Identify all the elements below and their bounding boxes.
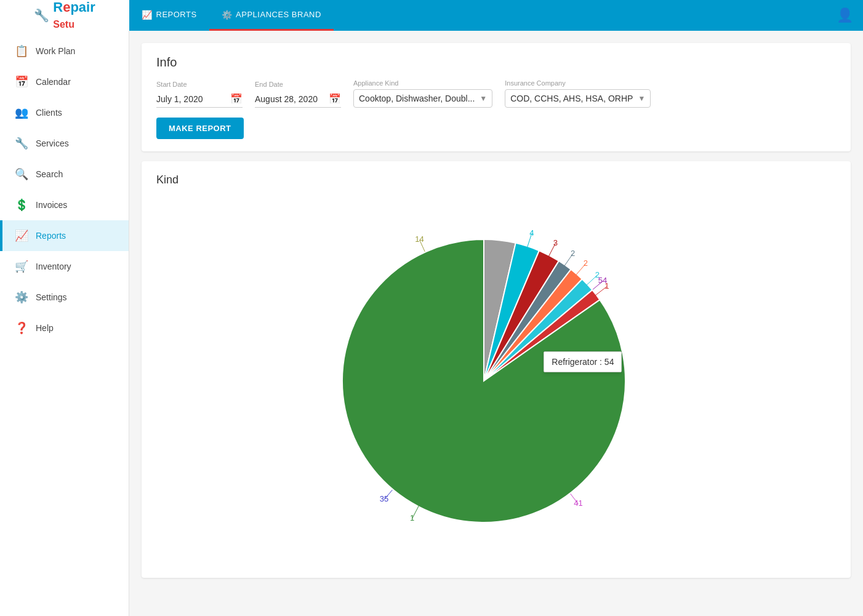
info-fields: Start Date July 1, 2020 📅 End Date Augus… <box>156 79 836 108</box>
logo-text: Repair Setu <box>53 0 95 31</box>
settings-icon: ⚙️ <box>15 290 28 304</box>
end-date-label: End Date <box>255 81 341 88</box>
appliance-kind-dropdown[interactable]: Cooktop, Dishwasher, Doubl... ▼ <box>353 89 492 108</box>
pie-chart-svg: 544135144322211 <box>305 209 687 553</box>
help-icon: ❓ <box>15 321 28 335</box>
sidebar-item-search[interactable]: 🔍 Search <box>0 159 129 190</box>
reports-icon: 📈 <box>15 229 28 242</box>
svg-line-13 <box>564 254 573 266</box>
invoices-icon: 💲 <box>15 198 28 212</box>
appliance-kind-label: Appliance Kind <box>353 79 492 87</box>
services-icon: 🔧 <box>15 137 28 150</box>
calendar-icon: 📅 <box>15 75 28 89</box>
logo-icon: 🔧 <box>34 8 49 23</box>
insurance-company-dropdown[interactable]: COD, CCHS, AHS, HSA, ORHP ▼ <box>505 89 651 108</box>
body-layout: 📋 Work Plan 📅 Calendar 👥 Clients 🔧 Servi… <box>0 31 863 616</box>
svg-line-11 <box>548 243 555 256</box>
info-panel: Info Start Date July 1, 2020 📅 End Date … <box>142 43 851 151</box>
sidebar-item-calendar[interactable]: 📅 Calendar <box>0 66 129 97</box>
end-date-value: August 28, 2020 📅 <box>255 90 341 108</box>
svg-line-15 <box>576 264 586 275</box>
svg-line-1 <box>592 281 603 290</box>
tab-appliances-brand[interactable]: ⚙️ APPLIANCES BRAND <box>209 0 334 31</box>
main-content: Info Start Date July 1, 2020 📅 End Date … <box>129 31 863 616</box>
svg-line-21 <box>412 505 419 518</box>
sidebar-item-invoices[interactable]: 💲 Invoices <box>0 190 129 220</box>
top-nav: 🔧 Repair Setu 📈 REPORTS ⚙️ APPLIANCES BR… <box>0 0 863 31</box>
appliance-kind-field: Appliance Kind Cooktop, Dishwasher, Doub… <box>353 79 492 108</box>
search-icon: 🔍 <box>15 167 28 181</box>
sidebar-item-settings[interactable]: ⚙️ Settings <box>0 282 129 313</box>
sidebar-item-help[interactable]: ❓ Help <box>0 313 129 343</box>
svg-text:2: 2 <box>595 270 600 279</box>
svg-line-17 <box>587 275 598 285</box>
start-date-label: Start Date <box>156 81 243 88</box>
svg-text:1: 1 <box>604 281 609 290</box>
svg-text:4: 4 <box>529 228 534 238</box>
appliance-kind-arrow-icon: ▼ <box>480 94 487 103</box>
info-title: Info <box>156 55 836 70</box>
start-date-calendar-icon[interactable]: 📅 <box>230 93 243 105</box>
end-date-calendar-icon[interactable]: 📅 <box>329 93 341 105</box>
svg-line-19 <box>595 287 607 296</box>
user-icon[interactable]: 👤 <box>837 7 853 23</box>
inventory-icon: 🛒 <box>15 260 28 273</box>
chart-title: Kind <box>156 174 836 186</box>
sidebar-item-reports[interactable]: 📈 Reports <box>0 220 129 251</box>
appliances-tab-icon: ⚙️ <box>222 10 233 20</box>
svg-text:2: 2 <box>584 258 588 268</box>
reports-tab-icon: 📈 <box>142 10 153 20</box>
start-date-field: Start Date July 1, 2020 📅 <box>156 81 243 108</box>
start-date-value: July 1, 2020 📅 <box>156 90 243 108</box>
sidebar-item-services[interactable]: 🔧 Services <box>0 128 129 159</box>
insurance-company-label: Insurance Company <box>505 79 651 87</box>
sidebar-item-inventory[interactable]: 🛒 Inventory <box>0 251 129 282</box>
chart-container: 544135144322211 Refrigerator : 54 <box>156 196 836 566</box>
end-date-field: End Date August 28, 2020 📅 <box>255 81 341 108</box>
sidebar-item-workplan[interactable]: 📋 Work Plan <box>0 36 129 66</box>
make-report-button[interactable]: MAKE REPORT <box>156 118 244 139</box>
nav-tabs: 📈 REPORTS ⚙️ APPLIANCES BRAND <box>129 0 837 31</box>
workplan-icon: 📋 <box>15 44 28 58</box>
svg-text:14: 14 <box>415 234 423 244</box>
chart-panel: Kind 544135144322211 Refrigerator : 54 <box>142 161 851 578</box>
logo-area: 🔧 Repair Setu <box>0 0 129 31</box>
insurance-company-field: Insurance Company COD, CCHS, AHS, HSA, O… <box>505 79 651 108</box>
clients-icon: 👥 <box>15 106 28 119</box>
insurance-company-arrow-icon: ▼ <box>638 94 645 103</box>
tab-reports[interactable]: 📈 REPORTS <box>129 0 209 31</box>
sidebar: 📋 Work Plan 📅 Calendar 👥 Clients 🔧 Servi… <box>0 31 129 616</box>
sidebar-item-clients[interactable]: 👥 Clients <box>0 97 129 128</box>
